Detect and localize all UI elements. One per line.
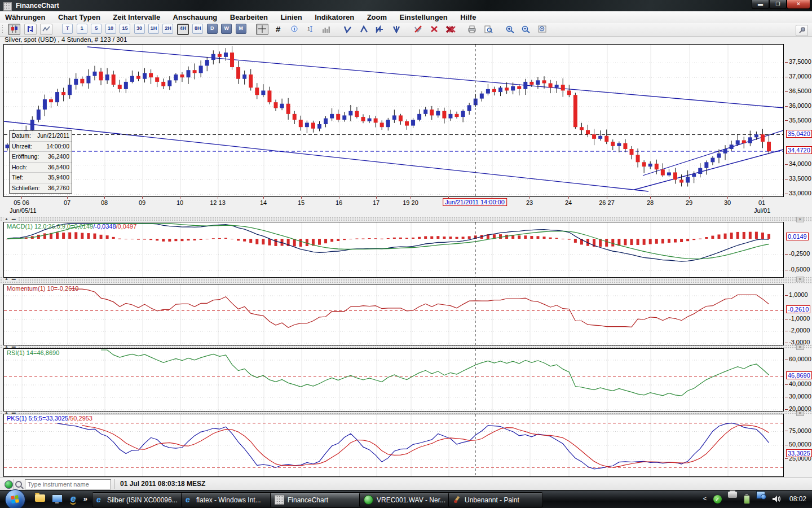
tray-power-icon[interactable] — [744, 495, 750, 504]
interval-2h-button[interactable]: 2H — [162, 24, 173, 34]
taskbar-button-vrec[interactable]: VREC001.WAV - Ner... — [359, 492, 454, 507]
start-button[interactable] — [5, 489, 25, 508]
main-price-plot[interactable] — [3, 44, 784, 197]
delete-selected-icon[interactable] — [428, 24, 440, 35]
pks-plot[interactable] — [3, 414, 784, 477]
quicklaunch-ie-icon[interactable]: e — [70, 494, 76, 505]
axis-tick-label: -2,0000 — [785, 327, 810, 335]
price-axis: 37,500037,000036,500036,000035,500034,00… — [785, 44, 812, 196]
time-tick — [411, 196, 411, 199]
print-icon[interactable] — [466, 24, 478, 35]
time-tick-label: 17 — [373, 199, 379, 206]
interval-15-button[interactable]: 15 — [120, 24, 130, 34]
ohlc-bar-chart-icon[interactable] — [24, 24, 37, 35]
interval-1-button[interactable]: 1 — [77, 24, 87, 34]
tray-antivirus-icon[interactable]: ✓ — [713, 495, 722, 503]
svg-text:1: 1 — [307, 26, 310, 32]
taskbar-button-flatex[interactable]: e flatex - Windows Int... — [181, 492, 276, 507]
menu-einstellungen[interactable]: Einstellungen — [395, 11, 453, 21]
close-button[interactable]: ✕ — [787, 0, 810, 9]
panel-splitter[interactable]: ▲ ▬ ✕ — [0, 217, 812, 222]
tray-network-icon[interactable] — [756, 491, 765, 499]
splitter-collapse-icon[interactable]: ▲ ▬ — [3, 217, 18, 221]
axis-tick-label: 33,5000 — [785, 175, 811, 183]
momentum-plot[interactable] — [3, 284, 784, 345]
maximize-button[interactable]: ❐ — [769, 0, 787, 9]
interval-5-button[interactable]: 5 — [91, 24, 102, 34]
axis-tick-label: -3,0000 — [785, 339, 810, 347]
menu-zoom[interactable]: Zoom — [362, 11, 392, 21]
delete-line-icon[interactable] — [412, 24, 425, 35]
taskbar-button-paint[interactable]: Unbenannt - Paint — [448, 492, 543, 507]
interval-week-button[interactable]: W — [221, 24, 232, 34]
tray-volume-icon[interactable] — [772, 495, 781, 505]
axis-tick-label: 40,0000 — [785, 380, 811, 388]
measure-icon[interactable]: 1 — [304, 24, 316, 35]
vertical-line-tool-icon[interactable] — [390, 24, 403, 35]
time-tick — [218, 196, 218, 199]
candlestick-chart-icon[interactable] — [8, 24, 20, 35]
nero-wave-icon — [364, 495, 373, 505]
search-icon — [15, 481, 22, 488]
quicklaunch-folder-icon[interactable] — [35, 494, 45, 502]
instrument-search-input[interactable] — [25, 479, 111, 489]
panel-close-icon[interactable]: ✕ — [796, 277, 804, 282]
crosshair-icon[interactable] — [256, 24, 268, 35]
horizontal-line-tool-icon[interactable] — [374, 24, 386, 35]
menu-zeit-intervalle[interactable]: Zeit Intervalle — [108, 11, 165, 21]
divider — [114, 479, 115, 489]
menu-waehrungen[interactable]: Währungen — [0, 11, 51, 21]
interval-8h-button[interactable]: 8H — [192, 24, 203, 34]
volume-histogram-icon[interactable] — [320, 24, 332, 35]
rsi-plot[interactable] — [3, 348, 784, 411]
quicklaunch-desktop-icon[interactable] — [52, 494, 63, 502]
interval-4h-button[interactable]: 4H — [177, 24, 189, 35]
taskbar-button-label: VREC001.WAV - Ner... — [377, 496, 445, 504]
tooltip-value: Jun/21/2011 — [37, 132, 69, 140]
macd-legend: MACD(1) 12.0;26.0;9.0=0,0149/-0,0348/0,0… — [7, 223, 136, 230]
trendline-channel-tool-icon[interactable] — [358, 24, 370, 35]
macd-plot[interactable] — [3, 222, 784, 278]
tray-printer-icon[interactable] — [728, 492, 737, 498]
delete-all-icon[interactable] — [444, 24, 457, 35]
interval-tick-button[interactable]: T — [62, 24, 73, 34]
toolbar-grip — [2, 25, 4, 34]
pks-legend-d: /50,2953 — [68, 415, 92, 422]
interval-1h-button[interactable]: 1H — [148, 24, 159, 34]
menu-bearbeiten[interactable]: Bearbeiten — [225, 11, 273, 21]
zoom-out-icon[interactable] — [520, 24, 532, 35]
print-preview-icon[interactable] — [482, 24, 495, 35]
quicklaunch-chevron[interactable]: » — [83, 494, 87, 503]
interval-10-button[interactable]: 10 — [105, 24, 116, 34]
trendline-tool-icon[interactable] — [342, 24, 354, 35]
menu-linien[interactable]: Linien — [275, 11, 307, 21]
taskbar-button-financechart[interactable]: FinanceChart — [270, 492, 365, 507]
interval-month-button[interactable]: M — [236, 24, 246, 34]
zoom-reset-icon[interactable] — [536, 24, 549, 35]
interval-30-button[interactable]: 30 — [134, 24, 145, 34]
grid-toggle-icon[interactable]: # — [272, 24, 284, 35]
time-tick-label: 24 — [565, 199, 572, 206]
time-tick-label: 12 13 — [210, 199, 226, 206]
time-tick — [21, 196, 22, 199]
minimize-button[interactable]: ▬ — [752, 0, 769, 9]
cursor-date-box: Jun/21/2011 14:00:00 — [443, 198, 507, 206]
pks-axis: 75,000050,000025,000033,3025 — [785, 414, 812, 476]
pin-toolbar-icon[interactable] — [796, 25, 808, 36]
line-chart-icon[interactable] — [40, 24, 52, 35]
time-tick — [762, 196, 762, 199]
zoom-in-icon[interactable] — [504, 24, 517, 35]
menu-hilfe[interactable]: Hilfe — [455, 11, 481, 21]
axis-value-box: 46,8690 — [786, 371, 812, 379]
tooltip-value: 36,2760 — [48, 185, 69, 192]
axis-tick-label: 35,5000 — [785, 117, 811, 125]
menu-anschauung[interactable]: Anschauung — [168, 11, 223, 21]
axis-tick-label: 37,5000 — [785, 58, 811, 66]
tray-chevron[interactable]: < — [703, 495, 707, 502]
divider — [14, 479, 14, 489]
menu-indikatoren[interactable]: Indikatoren — [310, 11, 359, 21]
info-tooltip-icon[interactable]: i — [288, 24, 301, 35]
menu-chart-typen[interactable]: Chart Typen — [53, 11, 105, 21]
taskbar-button-silber[interactable]: e Silber (ISIN XC00096... — [92, 492, 187, 507]
interval-day-button[interactable]: D — [207, 24, 218, 34]
